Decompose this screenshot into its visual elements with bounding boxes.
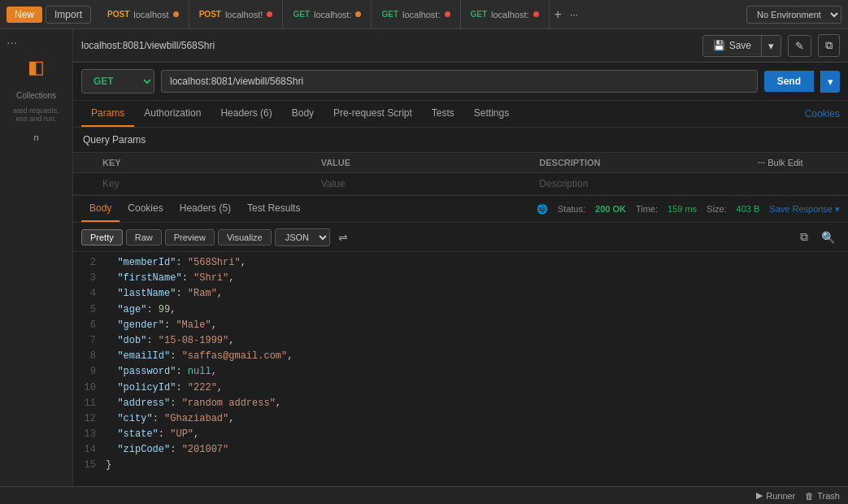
ln-8: 8 [83,349,96,364]
globe-icon[interactable]: 🌐 [537,204,548,215]
key-input[interactable] [102,178,302,189]
col-key-header: KEY [93,153,311,173]
trash-button[interactable]: 🗑 Trash [805,491,840,501]
url-input[interactable] [161,70,758,93]
code-line-10: "policyId": "222", [106,380,815,396]
ln-4: 4 [83,286,96,302]
ln-6: 6 [83,318,96,333]
response-section: Body Cookies Headers (5) Test Results 🌐 … [73,195,848,486]
row-checkbox [73,173,93,195]
code-view: 2 3 4 5 6 7 8 9 10 11 12 13 14 15 "membe [73,252,848,486]
tab-dot-4 [445,11,450,17]
tab-params[interactable]: Params [81,101,134,127]
resp-tab-test-results[interactable]: Test Results [239,196,308,222]
tab-method-get-3: GET [471,10,488,19]
code-line-8: "emailId": "saffas@gmail.com", [106,349,815,364]
line-numbers: 2 3 4 5 6 7 8 9 10 11 12 13 14 15 [73,255,106,483]
bulk-edit-button[interactable]: Bulk Edit [768,158,802,167]
desc-cell[interactable] [529,173,748,195]
new-tab-button[interactable]: + [550,7,567,22]
tab-dot-1 [173,11,179,17]
params-row-empty [73,173,848,195]
resp-tab-headers[interactable]: Headers (5) [172,196,239,222]
code-line-13: "state": "UP", [106,427,815,442]
tab-post-2[interactable]: POST localhost! [189,0,284,28]
tab-prerequest[interactable]: Pre-request Script [324,101,422,127]
tab-headers[interactable]: Headers (6) [211,101,281,127]
json-format-select[interactable]: JSON XML HTML Text [275,228,330,246]
collections-label[interactable]: Collections [16,91,56,100]
desc-input[interactable] [539,178,738,189]
save-dropdown-button[interactable]: ▾ [761,36,781,56]
time-label: Time: [636,204,658,214]
tab-url-4: localhost: [402,10,440,20]
environment-select[interactable]: No Environment [746,6,841,24]
save-button[interactable]: 💾 Save [703,36,761,55]
runner-icon: ▶ [756,490,763,501]
cookies-link: Cookies [805,108,840,119]
tab-get-3[interactable]: GET localhost: [461,0,550,28]
value-input[interactable] [321,178,520,189]
tab-tests[interactable]: Tests [422,101,464,127]
tab-get-2[interactable]: GET localhost: [372,0,460,28]
ln-12: 12 [83,411,96,427]
tab-dot-5 [533,11,539,17]
tab-url-3: localhost: [314,10,351,20]
sidebar-more-icon[interactable]: ··· [7,36,17,50]
save-response-button[interactable]: Save Response ▾ [769,204,840,215]
key-cell[interactable] [93,173,311,195]
tab-url-2: localhost! [225,10,263,20]
send-button[interactable]: Send [764,71,814,92]
copy-response-button[interactable]: ⧉ [795,228,813,246]
address-url-display: localhost:8081/viewbill/568Shri [81,40,696,51]
import-button[interactable]: Import [46,6,91,24]
send-dropdown-button[interactable]: ▾ [820,71,840,93]
ln-3: 3 [83,271,96,286]
request-tabs: Params Authorization Headers (6) Body Pr… [73,101,848,128]
time-value: 159 ms [668,204,697,214]
col-checkbox-header [73,153,93,173]
col-desc-header: DESCRIPTION [529,153,748,173]
tab-url-1: localhost [133,10,168,20]
wrap-icon[interactable]: ⇌ [333,228,353,246]
format-preview-button[interactable]: Preview [165,229,215,245]
response-meta: 🌐 Status: 200 OK Time: 159 ms Size: 403 … [537,204,840,215]
tab-body[interactable]: Body [282,101,324,127]
code-content: "memberId": "568Shri", "firstName": "Shr… [106,255,848,483]
value-cell[interactable] [311,173,530,195]
body-toolbar: Pretty Raw Preview Visualize JSON XML HT… [73,223,848,252]
copy-button[interactable]: ⧉ [818,34,840,57]
status-value: 200 OK [595,204,626,214]
tab-get-1[interactable]: GET localhost: [283,0,372,28]
history-link[interactable]: n [33,133,38,142]
ln-11: 11 [83,396,96,411]
query-params-section: Query Params KEY VALUE DESCRIPTION ··· B… [73,128,848,195]
code-line-3: "firstName": "Shri", [106,271,815,286]
runner-button[interactable]: ▶ Runner [756,490,795,501]
tab-settings[interactable]: Settings [464,101,519,127]
resp-tab-cookies[interactable]: Cookies [120,196,171,222]
code-line-7: "dob": "15-08-1999", [106,333,815,349]
format-pretty-button[interactable]: Pretty [81,229,123,245]
resp-tab-body[interactable]: Body [81,196,120,222]
top-bar-left: New Import [0,6,98,24]
format-visualize-button[interactable]: Visualize [218,229,272,245]
cookies-button[interactable]: Cookies [805,102,840,126]
ln-9: 9 [83,364,96,380]
method-select[interactable]: GET POST PUT DELETE [81,69,154,93]
save-icon: 💾 [713,40,725,51]
code-line-4: "lastName": "Ram", [106,286,815,302]
format-raw-button[interactable]: Raw [126,229,162,245]
edit-button[interactable]: ✎ [788,35,811,57]
tabs-more-button[interactable]: ··· [567,9,581,20]
tab-post-1[interactable]: POST localhost [98,0,189,28]
request-bar: GET POST PUT DELETE Send ▾ [73,63,848,101]
query-params-title: Query Params [73,128,848,153]
search-response-button[interactable]: 🔍 [816,228,840,246]
new-button[interactable]: New [7,7,42,23]
more-icon[interactable]: ··· [758,158,765,167]
tab-authorization[interactable]: Authorization [134,101,211,127]
trash-label: Trash [817,491,840,501]
ln-5: 5 [83,302,96,318]
main-layout: ··· ◧ Collections ated requests,ess and … [0,29,848,486]
